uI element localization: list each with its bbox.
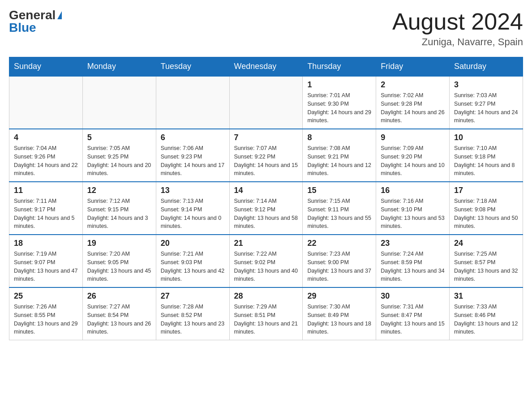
- day-info: Sunrise: 7:26 AMSunset: 8:55 PMDaylight:…: [14, 303, 78, 336]
- day-info: Sunrise: 7:12 AMSunset: 9:15 PMDaylight:…: [87, 197, 151, 231]
- day-info: Sunrise: 7:09 AMSunset: 9:20 PMDaylight:…: [381, 144, 445, 178]
- calendar-week-row: 25Sunrise: 7:26 AMSunset: 8:55 PMDayligh…: [9, 287, 523, 340]
- day-info: Sunrise: 7:25 AMSunset: 8:57 PMDaylight:…: [454, 250, 518, 283]
- day-number: 5: [87, 133, 151, 142]
- day-info: Sunrise: 7:20 AMSunset: 9:05 PMDaylight:…: [87, 250, 151, 283]
- day-info: Sunrise: 7:16 AMSunset: 9:10 PMDaylight:…: [381, 197, 445, 231]
- calendar-week-row: 1Sunrise: 7:01 AMSunset: 9:30 PMDaylight…: [9, 76, 523, 129]
- calendar-cell: 23Sunrise: 7:24 AMSunset: 8:59 PMDayligh…: [376, 235, 450, 287]
- logo-triangle-icon: [57, 11, 62, 19]
- day-number: 6: [161, 133, 225, 142]
- calendar-cell: 18Sunrise: 7:19 AMSunset: 9:07 PMDayligh…: [9, 235, 83, 287]
- calendar-header-friday: Friday: [376, 57, 450, 77]
- calendar-cell: 7Sunrise: 7:07 AMSunset: 9:22 PMDaylight…: [229, 129, 303, 182]
- day-number: 7: [234, 133, 298, 142]
- calendar-cell: 14Sunrise: 7:14 AMSunset: 9:12 PMDayligh…: [229, 182, 303, 235]
- day-number: 17: [454, 186, 518, 195]
- calendar-cell: 29Sunrise: 7:30 AMSunset: 8:49 PMDayligh…: [303, 287, 376, 340]
- location-text: Zuniga, Navarre, Spain: [392, 36, 523, 48]
- calendar-cell: 5Sunrise: 7:05 AMSunset: 9:25 PMDaylight…: [82, 129, 156, 182]
- day-number: 9: [381, 133, 445, 142]
- calendar-cell: 16Sunrise: 7:16 AMSunset: 9:10 PMDayligh…: [376, 182, 450, 235]
- day-number: 29: [307, 291, 371, 301]
- calendar-cell: 8Sunrise: 7:08 AMSunset: 9:21 PMDaylight…: [303, 129, 376, 182]
- day-number: 23: [381, 239, 445, 248]
- day-info: Sunrise: 7:07 AMSunset: 9:22 PMDaylight:…: [234, 144, 298, 178]
- day-info: Sunrise: 7:22 AMSunset: 9:02 PMDaylight:…: [234, 250, 298, 283]
- day-number: 21: [234, 239, 298, 248]
- logo-general-text: General: [9, 9, 56, 21]
- day-number: 28: [234, 291, 298, 301]
- day-number: 26: [87, 291, 151, 301]
- day-info: Sunrise: 7:01 AMSunset: 9:30 PMDaylight:…: [307, 91, 371, 125]
- day-number: 16: [381, 186, 445, 195]
- calendar-header-monday: Monday: [82, 57, 156, 77]
- day-info: Sunrise: 7:33 AMSunset: 8:46 PMDaylight:…: [454, 303, 518, 336]
- calendar-cell: [9, 76, 83, 129]
- calendar-cell: 2Sunrise: 7:02 AMSunset: 9:28 PMDaylight…: [376, 76, 450, 129]
- calendar-cell: 10Sunrise: 7:10 AMSunset: 9:18 PMDayligh…: [450, 129, 523, 182]
- day-info: Sunrise: 7:31 AMSunset: 8:47 PMDaylight:…: [381, 303, 445, 336]
- day-number: 25: [14, 291, 78, 301]
- day-number: 30: [381, 291, 445, 301]
- calendar-cell: 12Sunrise: 7:12 AMSunset: 9:15 PMDayligh…: [82, 182, 156, 235]
- calendar-week-row: 11Sunrise: 7:11 AMSunset: 9:17 PMDayligh…: [9, 182, 523, 235]
- logo: General Blue: [9, 9, 62, 34]
- calendar-table: SundayMondayTuesdayWednesdayThursdayFrid…: [9, 57, 523, 340]
- calendar-cell: 4Sunrise: 7:04 AMSunset: 9:26 PMDaylight…: [9, 129, 83, 182]
- calendar-header-saturday: Saturday: [450, 57, 523, 77]
- day-number: 19: [87, 239, 151, 248]
- calendar-cell: 27Sunrise: 7:28 AMSunset: 8:52 PMDayligh…: [156, 287, 229, 340]
- day-number: 27: [161, 291, 225, 301]
- calendar-week-row: 18Sunrise: 7:19 AMSunset: 9:07 PMDayligh…: [9, 235, 523, 287]
- day-number: 14: [234, 186, 298, 195]
- day-info: Sunrise: 7:15 AMSunset: 9:11 PMDaylight:…: [307, 197, 371, 231]
- day-info: Sunrise: 7:21 AMSunset: 9:03 PMDaylight:…: [161, 250, 225, 283]
- day-number: 15: [307, 186, 371, 195]
- title-area: August 2024 Zuniga, Navarre, Spain: [392, 9, 523, 48]
- day-info: Sunrise: 7:18 AMSunset: 9:08 PMDaylight:…: [454, 197, 518, 231]
- day-info: Sunrise: 7:23 AMSunset: 9:00 PMDaylight:…: [307, 250, 371, 283]
- calendar-header-sunday: Sunday: [9, 57, 83, 77]
- calendar-cell: 1Sunrise: 7:01 AMSunset: 9:30 PMDaylight…: [303, 76, 376, 129]
- calendar-cell: 30Sunrise: 7:31 AMSunset: 8:47 PMDayligh…: [376, 287, 450, 340]
- day-number: 8: [307, 133, 371, 142]
- calendar-cell: 11Sunrise: 7:11 AMSunset: 9:17 PMDayligh…: [9, 182, 83, 235]
- calendar-cell: 21Sunrise: 7:22 AMSunset: 9:02 PMDayligh…: [229, 235, 303, 287]
- calendar-cell: [82, 76, 156, 129]
- day-info: Sunrise: 7:08 AMSunset: 9:21 PMDaylight:…: [307, 144, 371, 178]
- calendar-cell: 6Sunrise: 7:06 AMSunset: 9:23 PMDaylight…: [156, 129, 229, 182]
- day-number: 3: [454, 80, 518, 90]
- day-number: 20: [161, 239, 225, 248]
- calendar-header-row: SundayMondayTuesdayWednesdayThursdayFrid…: [9, 57, 523, 77]
- calendar-cell: [156, 76, 229, 129]
- day-info: Sunrise: 7:27 AMSunset: 8:54 PMDaylight:…: [87, 303, 151, 336]
- calendar-week-row: 4Sunrise: 7:04 AMSunset: 9:26 PMDaylight…: [9, 129, 523, 182]
- calendar-cell: 22Sunrise: 7:23 AMSunset: 9:00 PMDayligh…: [303, 235, 376, 287]
- day-number: 13: [161, 186, 225, 195]
- day-number: 22: [307, 239, 371, 248]
- day-info: Sunrise: 7:10 AMSunset: 9:18 PMDaylight:…: [454, 144, 518, 178]
- calendar-cell: 19Sunrise: 7:20 AMSunset: 9:05 PMDayligh…: [82, 235, 156, 287]
- day-number: 10: [454, 133, 518, 142]
- month-title: August 2024: [392, 9, 523, 34]
- day-info: Sunrise: 7:30 AMSunset: 8:49 PMDaylight:…: [307, 303, 371, 336]
- day-number: 24: [454, 239, 518, 248]
- calendar-cell: 24Sunrise: 7:25 AMSunset: 8:57 PMDayligh…: [450, 235, 523, 287]
- day-number: 12: [87, 186, 151, 195]
- calendar-cell: 28Sunrise: 7:29 AMSunset: 8:51 PMDayligh…: [229, 287, 303, 340]
- calendar-cell: 25Sunrise: 7:26 AMSunset: 8:55 PMDayligh…: [9, 287, 83, 340]
- day-info: Sunrise: 7:14 AMSunset: 9:12 PMDaylight:…: [234, 197, 298, 231]
- calendar-cell: 31Sunrise: 7:33 AMSunset: 8:46 PMDayligh…: [450, 287, 523, 340]
- day-info: Sunrise: 7:19 AMSunset: 9:07 PMDaylight:…: [14, 250, 78, 283]
- calendar-header-wednesday: Wednesday: [229, 57, 303, 77]
- day-number: 2: [381, 80, 445, 90]
- day-info: Sunrise: 7:29 AMSunset: 8:51 PMDaylight:…: [234, 303, 298, 336]
- day-number: 18: [14, 239, 78, 248]
- calendar-cell: 3Sunrise: 7:03 AMSunset: 9:27 PMDaylight…: [450, 76, 523, 129]
- day-info: Sunrise: 7:24 AMSunset: 8:59 PMDaylight:…: [381, 250, 445, 283]
- logo-blue-text: Blue: [9, 21, 36, 34]
- calendar-cell: 13Sunrise: 7:13 AMSunset: 9:14 PMDayligh…: [156, 182, 229, 235]
- calendar-cell: [229, 76, 303, 129]
- day-info: Sunrise: 7:06 AMSunset: 9:23 PMDaylight:…: [161, 144, 225, 178]
